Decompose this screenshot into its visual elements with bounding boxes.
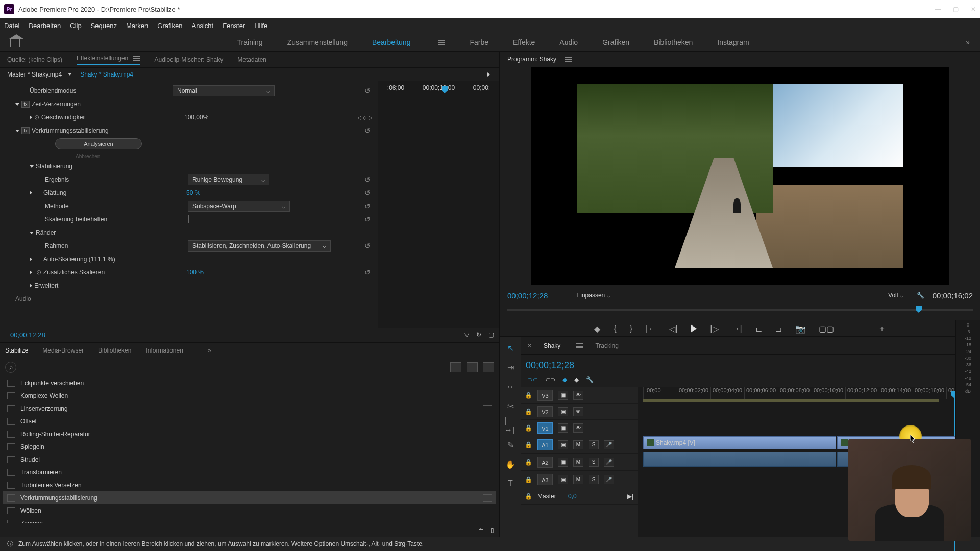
collapse-icon[interactable] [30, 165, 34, 168]
new-bin-icon[interactable]: 🗀 [478, 527, 484, 534]
sequence-tab-tracking[interactable]: Tracking [595, 342, 619, 349]
workspace-training[interactable]: Training [237, 38, 263, 46]
go-to-in-icon[interactable]: |← [646, 324, 656, 333]
list-item[interactable]: Komplexe Wellen [3, 389, 496, 402]
mute-button[interactable]: M [573, 458, 583, 467]
track-v2[interactable]: V2 [537, 406, 553, 417]
reset-icon[interactable]: ↺ [362, 176, 373, 184]
workspace-bearbeitung[interactable]: Bearbeitung [372, 38, 411, 46]
list-item[interactable]: Linsenverzerrung [3, 402, 496, 415]
current-clip-name[interactable]: Shaky * Shaky.mp4 [80, 71, 133, 78]
mute-icon[interactable]: ▣ [558, 440, 568, 449]
slip-tool-icon[interactable]: |↔| [504, 420, 517, 431]
reset-icon[interactable]: ↺ [362, 215, 373, 223]
tab-informationen[interactable]: Informationen [145, 347, 183, 354]
list-item[interactable]: Spiegeln [3, 440, 496, 453]
track-v1[interactable]: V1 [537, 422, 553, 434]
pen-tool-icon[interactable]: ✎ [504, 439, 517, 450]
workspace-menu-icon[interactable] [438, 40, 445, 45]
trash-icon[interactable]: ▯ [491, 527, 494, 534]
toggle-output-icon[interactable]: ▣ [558, 407, 568, 416]
list-item[interactable]: Zoomen [3, 517, 496, 523]
marker-icon[interactable]: ◆ [562, 376, 567, 383]
expand-icon[interactable] [30, 257, 32, 261]
compare-icon[interactable]: ▢▢ [819, 324, 834, 334]
maximize-button[interactable]: ▢ [953, 6, 959, 13]
preset-btn-2[interactable] [467, 362, 478, 372]
video-clip-1[interactable]: Shaky.mp4 [V] [643, 436, 836, 449]
mark-in-button[interactable]: { [614, 324, 616, 333]
master-value[interactable]: 0,0 [568, 493, 577, 500]
menu-fenster[interactable]: Fenster [223, 22, 245, 30]
export-frame-icon[interactable]: 📷 [795, 324, 805, 334]
method-dropdown[interactable]: Subspace-Warp⌵ [188, 201, 290, 212]
sequence-tab-shaky[interactable]: Shaky [544, 342, 560, 349]
tab-metadaten[interactable]: Metadaten [237, 56, 266, 63]
toggle-sync-icon[interactable]: 👁 [573, 423, 583, 433]
scrubber-handle[interactable] [916, 306, 922, 313]
reset-icon[interactable]: ↺ [362, 242, 373, 250]
close-button[interactable]: ✕ [971, 6, 976, 13]
menu-sequenz[interactable]: Sequenz [91, 22, 117, 30]
wrench-icon[interactable]: 🔧 [586, 376, 594, 383]
export-icon[interactable]: ▢ [488, 331, 494, 338]
toggle-output-icon[interactable]: ▣ [558, 423, 568, 433]
program-scrubber[interactable] [507, 305, 973, 315]
list-item[interactable]: Eckpunkte verschieben [3, 377, 496, 389]
menu-grafiken[interactable]: Grafiken [157, 22, 182, 30]
list-item[interactable]: Strudel [3, 453, 496, 466]
lock-icon[interactable]: 🔒 [525, 408, 532, 415]
solo-button[interactable]: S [589, 475, 599, 484]
menu-bearbeiten[interactable]: Bearbeiten [29, 22, 61, 30]
next-keyframe-icon[interactable]: ▷ [369, 115, 373, 120]
track-a3[interactable]: A3 [537, 474, 553, 485]
solo-button[interactable]: S [589, 458, 599, 467]
filter-icon[interactable]: ▽ [464, 331, 469, 338]
wrench-icon[interactable]: 🔧 [917, 292, 924, 299]
lock-icon[interactable]: 🔒 [525, 441, 532, 448]
reset-icon[interactable]: ↺ [362, 127, 373, 135]
tab-audioclip-mischer[interactable]: Audioclip-Mischer: Shaky [155, 56, 224, 63]
reset-icon[interactable]: ↺ [362, 87, 373, 95]
expand-icon[interactable] [30, 270, 32, 274]
track-a2[interactable]: A2 [537, 457, 553, 468]
frame-dropdown[interactable]: Stabilisieren, Zuschneiden, Auto-Skalier… [188, 240, 331, 252]
lift-icon[interactable]: ⊏ [755, 324, 762, 334]
reset-icon[interactable]: ↺ [362, 189, 373, 197]
tab-bibliotheken[interactable]: Bibliotheken [98, 347, 131, 354]
smooth-value[interactable]: 50 % [186, 189, 362, 196]
effect-timecode[interactable]: 00;00;12;28 [5, 329, 51, 341]
panel-menu-icon[interactable] [133, 56, 140, 61]
speed-value[interactable]: 100,00% [184, 114, 357, 121]
razor-tool-icon[interactable]: ✂ [504, 400, 517, 412]
list-item[interactable]: Verkrümmungsstabilisierung [3, 491, 496, 504]
timeline-timecode[interactable]: 00;00;12;28 [526, 360, 574, 371]
close-sequence-icon[interactable]: × [528, 342, 531, 349]
effect-timeline[interactable]: :08;00 00;00;12;00 00;00; [378, 81, 499, 328]
snap-icon[interactable]: ⊃⊂ [528, 376, 538, 383]
ripple-tool-icon[interactable]: ↔ [504, 381, 517, 392]
search-icon[interactable]: ⌕ [5, 362, 16, 373]
workspace-bibliotheken[interactable]: Bibliotheken [654, 38, 693, 46]
audio-clip-1[interactable] [643, 452, 836, 467]
toggle-output-icon[interactable]: ▣ [558, 391, 568, 400]
expand-icon[interactable] [30, 284, 32, 288]
mute-button[interactable]: M [573, 440, 583, 449]
type-tool-icon[interactable]: T [504, 478, 517, 489]
tab-quelle[interactable]: Quelle: (keine Clips) [7, 56, 62, 63]
workspace-grafiken[interactable]: Grafiken [602, 38, 629, 46]
lock-icon[interactable]: 🔒 [525, 392, 532, 399]
preset-btn-1[interactable] [450, 362, 461, 372]
menu-marken[interactable]: Marken [126, 22, 148, 30]
preserve-checkbox[interactable] [188, 215, 189, 223]
reset-icon[interactable]: ↺ [362, 202, 373, 210]
hand-tool-icon[interactable]: ✋ [504, 459, 517, 470]
menu-clip[interactable]: Clip [70, 22, 81, 30]
time-ruler[interactable]: ;00;0000;00;02;0000;00;04;0000;00;06;000… [638, 387, 980, 399]
mark-in-icon[interactable]: ◆ [594, 324, 600, 334]
loop-icon[interactable]: ↻ [476, 331, 481, 338]
minimize-button[interactable]: — [935, 6, 941, 13]
list-item[interactable]: Offset [3, 415, 496, 428]
workspace-instagram[interactable]: Instagram [717, 38, 749, 46]
effect-time-ruler[interactable]: :08;00 00;00;12;00 00;00; [378, 81, 499, 94]
